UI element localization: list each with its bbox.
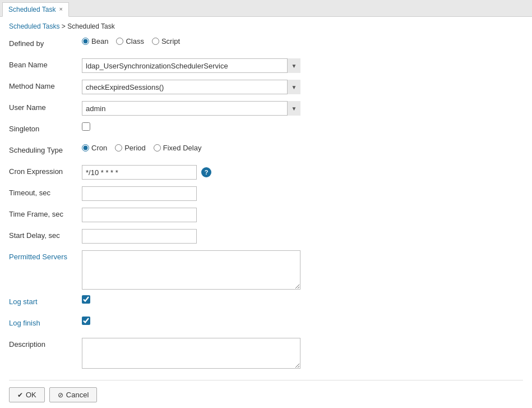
cancel-icon: ⊘	[58, 391, 63, 399]
user-name-controls: admin ▼	[82, 101, 523, 116]
label-permitted-servers: Permitted Servers	[9, 250, 82, 261]
cancel-label: Cancel	[66, 391, 89, 399]
description-controls	[82, 338, 523, 369]
label-cron-expression: Cron Expression	[9, 165, 82, 176]
breadcrumb-separator: >	[62, 22, 67, 30]
bean-name-controls: ldap_UserSynchronizationSchedulerService…	[82, 58, 523, 73]
tab-close-icon[interactable]: ×	[59, 6, 63, 12]
radio-class-label: Class	[126, 37, 144, 45]
form-row-permitted-servers: Permitted Servers	[9, 250, 523, 290]
breadcrumb-parent[interactable]: Scheduled Tasks	[9, 22, 60, 30]
radio-group-defined-by: Bean Class Script	[82, 37, 180, 45]
ok-button[interactable]: ✔ OK	[9, 387, 45, 402]
form-row-start-delay: Start Delay, sec	[9, 229, 523, 245]
label-user-name: User Name	[9, 101, 82, 112]
radio-fixed-delay-label: Fixed Delay	[163, 144, 202, 152]
form-row-timeout: Timeout, sec	[9, 186, 523, 202]
radio-bean-label: Bean	[91, 37, 108, 45]
time-frame-input[interactable]	[82, 208, 197, 222]
tab-scheduled-task[interactable]: Scheduled Task ×	[2, 2, 69, 17]
cancel-button[interactable]: ⊘ Cancel	[49, 387, 97, 402]
label-log-finish: Log finish	[9, 317, 82, 327]
label-scheduling-type: Scheduling Type	[9, 144, 82, 154]
radio-period-label: Period	[124, 144, 146, 152]
bean-name-select[interactable]: ldap_UserSynchronizationSchedulerService	[82, 58, 300, 73]
radio-cron[interactable]: Cron	[82, 144, 107, 152]
label-singleton: Singleton	[9, 122, 82, 133]
footer-buttons: ✔ OK ⊘ Cancel	[9, 380, 523, 402]
label-timeout: Timeout, sec	[9, 186, 82, 197]
permitted-servers-controls	[82, 250, 523, 290]
label-bean-name: Bean Name	[9, 58, 82, 69]
radio-script[interactable]: Script	[152, 37, 180, 45]
label-time-frame: Time Frame, sec	[9, 208, 82, 218]
radio-group-scheduling: Cron Period Fixed Delay	[82, 144, 201, 152]
user-name-select[interactable]: admin	[82, 101, 300, 116]
user-name-select-wrapper: admin ▼	[82, 101, 300, 116]
form-row-defined-by: Defined by Bean Class Script	[9, 37, 523, 53]
start-delay-input[interactable]	[82, 229, 197, 244]
radio-script-label: Script	[161, 37, 180, 45]
radio-cron-label: Cron	[91, 144, 107, 152]
timeout-controls	[82, 186, 523, 201]
log-start-controls	[82, 295, 523, 304]
form-row-method-name: Method Name checkExpiredSessions() ▼	[9, 80, 523, 95]
form-row-cron-expression: Cron Expression ?	[9, 165, 523, 181]
method-name-select[interactable]: checkExpiredSessions()	[82, 80, 300, 94]
tab-bar: Scheduled Task ×	[0, 0, 532, 17]
help-icon[interactable]: ?	[201, 167, 211, 177]
form-row-singleton: Singleton	[9, 122, 523, 138]
form-row-time-frame: Time Frame, sec	[9, 208, 523, 223]
time-frame-controls	[82, 208, 523, 222]
ok-icon: ✔	[17, 391, 23, 399]
log-start-checkbox[interactable]	[82, 295, 90, 304]
label-start-delay: Start Delay, sec	[9, 229, 82, 240]
timeout-input[interactable]	[82, 186, 197, 201]
label-defined-by: Defined by	[9, 37, 82, 48]
label-log-start: Log start	[9, 295, 82, 306]
method-name-controls: checkExpiredSessions() ▼	[82, 80, 523, 94]
log-finish-controls	[82, 317, 523, 325]
radio-class[interactable]: Class	[116, 37, 144, 45]
permitted-servers-input[interactable]	[82, 250, 300, 290]
method-name-select-wrapper: checkExpiredSessions() ▼	[82, 80, 300, 94]
radio-fixed-delay[interactable]: Fixed Delay	[154, 144, 202, 152]
defined-by-controls: Bean Class Script	[82, 37, 523, 45]
start-delay-controls	[82, 229, 523, 244]
form-row-user-name: User Name admin ▼	[9, 101, 523, 117]
radio-period[interactable]: Period	[115, 144, 146, 152]
singleton-controls	[82, 122, 523, 131]
breadcrumb: Scheduled Tasks > Scheduled Task	[9, 22, 523, 30]
singleton-checkbox[interactable]	[82, 122, 90, 131]
radio-bean[interactable]: Bean	[82, 37, 108, 45]
form-row-log-finish: Log finish	[9, 317, 523, 332]
main-content: Scheduled Tasks > Scheduled Task Defined…	[0, 17, 532, 408]
form-row-bean-name: Bean Name ldap_UserSynchronizationSchedu…	[9, 58, 523, 74]
form-row-scheduling-type: Scheduling Type Cron Period Fixed Delay	[9, 144, 523, 159]
description-input[interactable]	[82, 338, 300, 369]
log-finish-checkbox[interactable]	[82, 317, 90, 325]
form-row-log-start: Log start	[9, 295, 523, 311]
label-description: Description	[9, 338, 82, 349]
label-method-name: Method Name	[9, 80, 82, 90]
breadcrumb-current: Scheduled Task	[67, 22, 115, 30]
cron-expression-input[interactable]	[82, 165, 197, 180]
ok-label: OK	[26, 391, 36, 399]
tab-label: Scheduled Task	[8, 6, 56, 13]
form-row-description: Description	[9, 338, 523, 369]
bean-name-select-wrapper: ldap_UserSynchronizationSchedulerService…	[82, 58, 300, 73]
scheduling-type-controls: Cron Period Fixed Delay	[82, 144, 523, 152]
cron-expression-controls: ?	[82, 165, 523, 180]
